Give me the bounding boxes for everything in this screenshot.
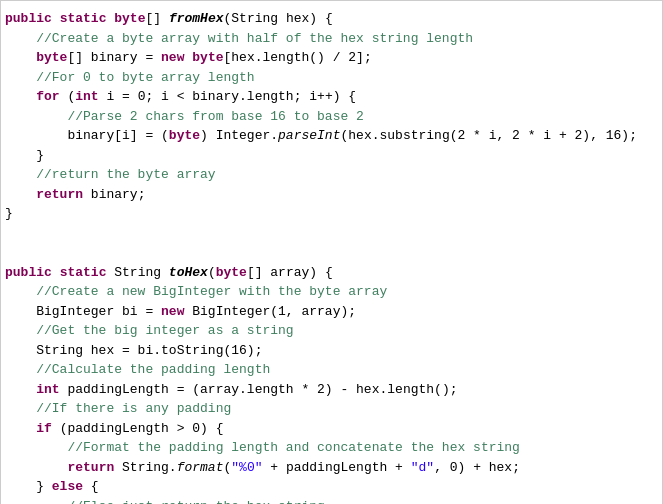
normal-token: (paddingLength > 0) {	[52, 421, 224, 436]
italic-token: parseInt	[278, 128, 340, 143]
code-line: //return the byte array	[5, 165, 658, 185]
code-line: binary[i] = (byte) Integer.parseInt(hex.…	[5, 126, 658, 146]
normal-token: [] array) {	[247, 265, 333, 280]
keyword-token: new	[161, 304, 184, 319]
normal-token: String.	[114, 460, 176, 475]
code-line: //For 0 to byte array length	[5, 68, 658, 88]
keyword-token: static	[60, 265, 107, 280]
code-line: }	[5, 204, 658, 224]
keyword-token: public	[5, 11, 52, 26]
keyword-token: byte	[36, 50, 67, 65]
normal-token: }	[5, 148, 44, 163]
normal-token: BigInteger(1, array);	[184, 304, 356, 319]
keyword-token: byte	[216, 265, 247, 280]
code-line: //Create a new BigInteger with the byte …	[5, 282, 658, 302]
normal-token: ) Integer.	[200, 128, 278, 143]
normal-token: i = 0; i < binary.length; i++) {	[99, 89, 356, 104]
code-line: if (paddingLength > 0) {	[5, 419, 658, 439]
keyword-token: int	[36, 382, 59, 397]
comment-token: //Create a byte array with half of the h…	[5, 31, 473, 46]
keyword-token: static	[60, 11, 107, 26]
code-container: public static byte[] fromHex(String hex)…	[0, 0, 663, 504]
normal-token	[5, 50, 36, 65]
normal-token: + paddingLength +	[263, 460, 411, 475]
keyword-token: int	[75, 89, 98, 104]
code-line: } else {	[5, 477, 658, 497]
keyword-token: return	[36, 187, 83, 202]
comment-token: //Calculate the padding length	[5, 362, 270, 377]
keyword-token: byte	[169, 128, 200, 143]
comment-token: //For 0 to byte array length	[5, 70, 255, 85]
code-block: public static byte[] fromHex(String hex)…	[5, 9, 658, 504]
code-line: //Calculate the padding length	[5, 360, 658, 380]
normal-token: (	[208, 265, 216, 280]
normal-token	[5, 382, 36, 397]
normal-token	[5, 89, 36, 104]
normal-token: [hex.length() / 2];	[224, 50, 372, 65]
code-line: //If there is any padding	[5, 399, 658, 419]
normal-token: , 0) + hex;	[434, 460, 520, 475]
keyword-token: new	[161, 50, 184, 65]
method-name-token: toHex	[169, 265, 208, 280]
normal-token: String hex = bi.toString(16);	[5, 343, 262, 358]
method-name-token: fromHex	[169, 11, 224, 26]
code-line: for (int i = 0; i < binary.length; i++) …	[5, 87, 658, 107]
comment-token: //Get the big integer as a string	[5, 323, 294, 338]
code-line	[5, 243, 658, 263]
code-line: //Create a byte array with half of the h…	[5, 29, 658, 49]
code-line: //Get the big integer as a string	[5, 321, 658, 341]
normal-token: []	[145, 11, 168, 26]
normal-token: (String hex) {	[223, 11, 332, 26]
code-line: public static String toHex(byte[] array)…	[5, 263, 658, 283]
comment-token: //Parse 2 chars from base 16 to base 2	[5, 109, 364, 124]
code-line: int paddingLength = (array.length * 2) -…	[5, 380, 658, 400]
code-line: byte[] binary = new byte[hex.length() / …	[5, 48, 658, 68]
normal-token: binary[i] = (	[5, 128, 169, 143]
italic-token: format	[177, 460, 224, 475]
normal-token: String	[106, 265, 168, 280]
keyword-token: public	[5, 265, 52, 280]
keyword-token: byte	[114, 11, 145, 26]
code-line: String hex = bi.toString(16);	[5, 341, 658, 361]
comment-token: //Else just return the hex string	[5, 499, 325, 505]
code-line: return binary;	[5, 185, 658, 205]
code-line: //Format the padding length and concaten…	[5, 438, 658, 458]
code-line: }	[5, 146, 658, 166]
keyword-token: else	[52, 479, 83, 494]
comment-token: //Create a new BigInteger with the byte …	[5, 284, 387, 299]
normal-token: [] binary =	[67, 50, 161, 65]
keyword-token: byte	[192, 50, 223, 65]
normal-token	[5, 460, 67, 475]
normal-token: (hex.substring(2 * i, 2 * i + 2), 16);	[340, 128, 636, 143]
normal-token: {	[83, 479, 99, 494]
normal-token	[5, 187, 36, 202]
normal-token	[5, 421, 36, 436]
normal-token: binary;	[83, 187, 145, 202]
string-token: "d"	[411, 460, 434, 475]
normal-token: BigInteger bi =	[5, 304, 161, 319]
normal-token: }	[5, 479, 52, 494]
code-line	[5, 224, 658, 244]
comment-token: //Format the padding length and concaten…	[5, 440, 520, 455]
keyword-token: if	[36, 421, 52, 436]
keyword-token: return	[67, 460, 114, 475]
normal-token	[52, 265, 60, 280]
normal-token	[52, 11, 60, 26]
normal-token: }	[5, 206, 13, 221]
comment-token: //If there is any padding	[5, 401, 231, 416]
string-token: "%0"	[231, 460, 262, 475]
comment-token: //return the byte array	[5, 167, 216, 182]
normal-token: (	[60, 89, 76, 104]
code-line: //Else just return the hex string	[5, 497, 658, 505]
code-line: BigInteger bi = new BigInteger(1, array)…	[5, 302, 658, 322]
code-line: //Parse 2 chars from base 16 to base 2	[5, 107, 658, 127]
normal-token: paddingLength = (array.length * 2) - hex…	[60, 382, 458, 397]
code-line: public static byte[] fromHex(String hex)…	[5, 9, 658, 29]
keyword-token: for	[36, 89, 59, 104]
code-line: return String.format("%0" + paddingLengt…	[5, 458, 658, 478]
